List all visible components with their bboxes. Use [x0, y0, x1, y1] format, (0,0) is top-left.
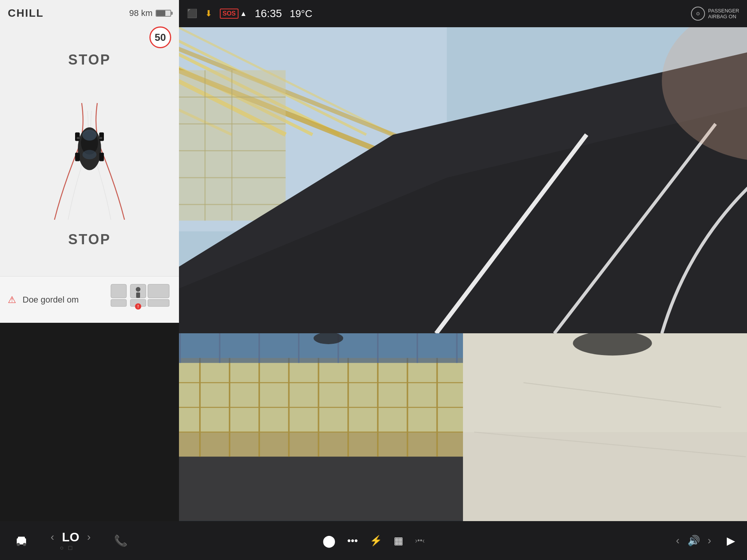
- sos-label: SOS: [220, 9, 238, 19]
- airbag-text: PASSENGER AIRBAG ON: [708, 8, 739, 19]
- camera-center-icon[interactable]: ⬤: [323, 534, 336, 548]
- svg-rect-10: [111, 284, 126, 298]
- battery-bar: [156, 10, 171, 17]
- driving-visualization: STOP: [0, 23, 179, 276]
- svg-rect-8: [77, 137, 80, 139]
- stop-bottom-label: STOP: [68, 231, 110, 248]
- volume-icon[interactable]: 🔊: [687, 535, 700, 547]
- svg-rect-5: [99, 133, 104, 141]
- location-icons: ○ □: [60, 544, 74, 551]
- svg-point-16: [136, 287, 140, 292]
- passenger-airbag-indicator: ⊙ PASSENGER AIRBAG ON: [691, 7, 739, 21]
- main-camera-svg: [179, 27, 747, 333]
- seatbelt-warning-text: Doe gordel om: [23, 295, 79, 305]
- range-container: 98 km: [129, 8, 171, 18]
- phone-icon[interactable]: 📞: [114, 534, 128, 547]
- seat-diagram: !: [109, 282, 171, 317]
- car-icon-svg: [14, 533, 29, 548]
- svg-rect-11: [111, 299, 126, 306]
- camera-main: [179, 27, 747, 333]
- bottom-bar: ‹ LO › ○ □ 📞 ⬤ ••• ⚡ ▦ ›••‹ ‹ 🔊 › ▶: [0, 521, 747, 560]
- svg-rect-15: [148, 299, 169, 306]
- left-header: CHILL 98 km: [0, 0, 179, 23]
- drive-mode-label: CHILL: [8, 7, 44, 19]
- navigation-icon: ⬛: [187, 9, 197, 19]
- nav-arrow-left[interactable]: ‹: [51, 531, 54, 543]
- location-text: LO: [62, 530, 79, 544]
- car-bottom-icon[interactable]: [12, 531, 31, 550]
- dot-dots-icon[interactable]: ›••‹: [415, 537, 425, 545]
- road-visualization: [31, 72, 148, 228]
- svg-point-86: [17, 543, 20, 546]
- car-top-view: [72, 118, 107, 176]
- left-panel: CHILL 98 km 50 STOP: [0, 0, 179, 323]
- center-controls: ⬤ ••• ⚡ ▦ ›••‹: [323, 534, 425, 548]
- camera-bottom-right: [463, 333, 747, 521]
- svg-rect-80: [463, 432, 747, 521]
- airbag-icon: ⊙: [691, 7, 705, 21]
- camera-bottom-left: [179, 333, 463, 521]
- media-prev-icon[interactable]: ‹: [676, 534, 679, 547]
- svg-text:!: !: [137, 304, 139, 309]
- screen-icon[interactable]: ▦: [394, 535, 403, 547]
- seat-diagram-svg: !: [109, 282, 171, 317]
- airbag-label: PASSENGER: [708, 8, 739, 14]
- svg-point-3: [82, 150, 96, 159]
- battery-fill: [156, 10, 165, 16]
- car-svg: [72, 118, 107, 176]
- svg-rect-7: [99, 153, 104, 161]
- svg-rect-76: [179, 457, 463, 521]
- temperature-display: 19°C: [290, 8, 312, 20]
- dots-menu-icon[interactable]: •••: [347, 535, 358, 547]
- warning-icon: ⚠: [8, 294, 16, 305]
- bottom-right-camera-svg: [463, 333, 747, 521]
- cameras-container: [179, 27, 747, 521]
- signal-icon: ▲: [240, 10, 247, 18]
- warning-bar: ⚠ Doe gordel om !: [0, 276, 179, 323]
- svg-point-2: [82, 130, 96, 141]
- download-icon: ⬇: [205, 9, 212, 19]
- bluetooth-icon[interactable]: ⚡: [370, 535, 382, 547]
- location-nav-group: ‹ LO › ○ □: [43, 530, 91, 551]
- range-value: 98 km: [129, 8, 153, 18]
- svg-rect-85: [18, 537, 25, 541]
- right-controls: ‹ 🔊 › ▶: [676, 534, 735, 547]
- svg-rect-17: [136, 292, 140, 298]
- play-icon[interactable]: ▶: [727, 534, 735, 547]
- top-bar: ⬛ ⬇ SOS ▲ 16:35 19°C ⊙ PASSENGER AIRBAG …: [179, 0, 747, 27]
- sos-container: SOS ▲: [220, 9, 247, 19]
- nav-arrow-right[interactable]: ›: [87, 531, 91, 543]
- media-next-icon[interactable]: ›: [708, 534, 711, 547]
- bottom-left-camera-svg: [179, 333, 463, 521]
- svg-point-87: [23, 543, 26, 546]
- svg-rect-14: [148, 284, 169, 298]
- svg-rect-9: [99, 137, 102, 139]
- stop-top-label: STOP: [68, 52, 110, 68]
- svg-rect-4: [75, 133, 80, 141]
- time-display: 16:35: [255, 7, 282, 20]
- svg-rect-6: [75, 153, 80, 161]
- airbag-sub: AIRBAG ON: [708, 14, 739, 19]
